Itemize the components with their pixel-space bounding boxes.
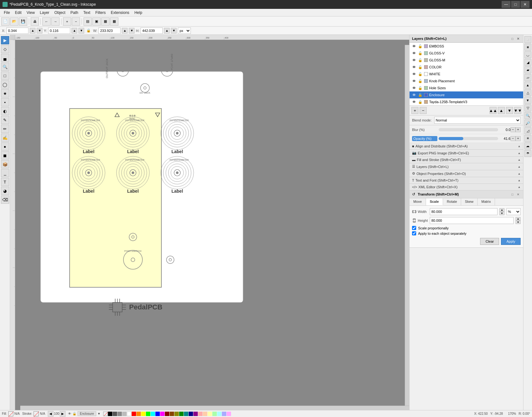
- layer-lock-7[interactable]: 🔓: [418, 92, 423, 97]
- zoom-in-button[interactable]: +: [63, 17, 71, 26]
- palette-lightgreen[interactable]: [212, 412, 217, 416]
- menu-view[interactable]: View: [24, 10, 37, 16]
- blur-dec-button[interactable]: −: [510, 127, 516, 132]
- layer-row[interactable]: 👁 🔓 GLOSS-M: [410, 57, 523, 64]
- blend-mode-select[interactable]: Normal Multiply Screen Overlay: [434, 117, 521, 124]
- rv-btn-12[interactable]: 🔎: [524, 120, 531, 127]
- zoom-tool[interactable]: 🔍: [1, 63, 9, 71]
- pen-tool[interactable]: ✏: [1, 125, 9, 133]
- layer-row[interactable]: 👁 🔓 GLOSS-V: [410, 50, 523, 57]
- palette-darkgray[interactable]: [113, 412, 117, 416]
- palette-darkblue[interactable]: [189, 412, 193, 416]
- unit-select[interactable]: px mm cm: [178, 28, 191, 34]
- rv-btn-10[interactable]: ▽: [524, 104, 531, 111]
- blur-slider[interactable]: [439, 128, 498, 131]
- undo-button[interactable]: ←: [42, 17, 51, 26]
- eraser-tool[interactable]: ⌫: [1, 196, 9, 204]
- menu-text[interactable]: Text: [81, 10, 93, 16]
- node-tool[interactable]: ◇: [1, 45, 9, 53]
- palette-none[interactable]: [103, 412, 108, 416]
- dropper-tool[interactable]: 📦: [1, 160, 9, 168]
- palette-yellow[interactable]: [141, 412, 146, 416]
- height-inc-button[interactable]: ▲: [516, 217, 521, 221]
- layers-panel-expand[interactable]: □: [510, 36, 515, 41]
- transform-close[interactable]: ✕: [516, 192, 521, 197]
- snap-button-1[interactable]: ▤: [84, 17, 92, 26]
- palette-purple[interactable]: [193, 412, 198, 416]
- calligraphy-tool[interactable]: ✍: [1, 134, 9, 142]
- layer-eye-6[interactable]: 👁: [411, 85, 416, 90]
- ellipse-tool[interactable]: ◯: [1, 80, 9, 89]
- save-button[interactable]: 💾: [19, 17, 27, 26]
- h-input[interactable]: [141, 28, 163, 34]
- opacity-dec-button[interactable]: −: [510, 136, 516, 141]
- palette-pink[interactable]: [198, 412, 203, 416]
- align-distribute-section[interactable]: ■ Align and Distribute (Shift+Ctrl+A) ▲: [410, 143, 523, 150]
- palette-red[interactable]: [132, 412, 136, 416]
- layer-lock-6[interactable]: 🔓: [418, 85, 423, 90]
- zoom-out-button[interactable]: −: [72, 17, 80, 26]
- object-properties-section[interactable]: ⚙ Object Properties (Shift+Ctrl+O) ▲: [410, 170, 523, 177]
- menu-layer[interactable]: Layer: [37, 10, 52, 16]
- palette-cyan[interactable]: [151, 412, 155, 416]
- layer-row[interactable]: 👁 🔓 Knob Placement: [410, 78, 523, 84]
- rv-btn-14[interactable]: ☀: [524, 135, 531, 142]
- palette-lightyellow[interactable]: [208, 412, 212, 416]
- width-inc-button[interactable]: ▲: [499, 208, 504, 212]
- layer-eye-2[interactable]: 👁: [411, 58, 416, 63]
- palette-peach[interactable]: [203, 412, 207, 416]
- w-dec-button[interactable]: ▼: [129, 28, 135, 34]
- rv-btn-13[interactable]: ◿: [524, 127, 531, 134]
- w-input[interactable]: [98, 28, 121, 34]
- blur-inc-button[interactable]: +: [516, 127, 521, 132]
- horizontal-scrollbar[interactable]: [20, 406, 409, 410]
- text-font-section[interactable]: T Text and Font (Shift+Ctrl+T) ▲: [410, 177, 523, 184]
- y-inc-button[interactable]: ▲: [72, 28, 77, 34]
- connector-tool[interactable]: ⎯: [1, 169, 9, 177]
- opacity-slider[interactable]: [439, 137, 498, 140]
- menu-filters[interactable]: Filters: [93, 10, 108, 16]
- palette-brown[interactable]: [170, 412, 174, 416]
- layer-lock-1[interactable]: 🔓: [418, 51, 423, 56]
- lock-icon[interactable]: 🔒: [85, 28, 92, 34]
- layer-eye-5[interactable]: 👁: [411, 78, 416, 84]
- print-button[interactable]: 🖶: [31, 17, 39, 26]
- menu-file[interactable]: File: [1, 10, 12, 16]
- palette-teal[interactable]: [184, 412, 188, 416]
- remove-layer-button[interactable]: −: [420, 107, 427, 114]
- rv-btn-1[interactable]: ◽: [524, 36, 531, 43]
- apply-each-checkbox[interactable]: [412, 231, 416, 235]
- vertical-scrollbar[interactable]: [405, 45, 409, 406]
- rv-btn-3[interactable]: ◡: [524, 51, 531, 58]
- layer-to-top-button[interactable]: ▲▲: [490, 107, 497, 114]
- maximize-button[interactable]: □: [511, 1, 520, 8]
- layer-row[interactable]: 👁 🔓 COLOR: [410, 64, 523, 71]
- bucket-tool[interactable]: ●: [1, 142, 9, 151]
- menu-help[interactable]: Help: [132, 10, 145, 16]
- layer-dropdown-icon[interactable]: ▼: [97, 412, 101, 415]
- layer-eye-3[interactable]: 👁: [411, 65, 416, 70]
- tab-skew[interactable]: Skew: [461, 198, 478, 205]
- open-button[interactable]: 📂: [10, 17, 18, 26]
- rv-btn-6[interactable]: ▱: [524, 74, 531, 81]
- layer-lock-4[interactable]: 🔓: [418, 72, 423, 77]
- h-dec-button[interactable]: ▼: [171, 28, 177, 34]
- palette-magenta[interactable]: [160, 412, 165, 416]
- menu-object[interactable]: Object: [52, 10, 68, 16]
- x-inc-button[interactable]: ▲: [30, 28, 35, 34]
- layer-eye-7[interactable]: 👁: [411, 92, 416, 97]
- text-tool[interactable]: T: [1, 178, 9, 186]
- opacity-status-inc[interactable]: ▶: [60, 411, 66, 417]
- layer-row[interactable]: 👁 🔒 Tayda-125B-TemplateV3: [410, 98, 523, 105]
- layer-row[interactable]: 👁 🔓 Enclosure: [410, 91, 523, 98]
- y-dec-button[interactable]: ▼: [78, 28, 84, 34]
- layer-eye-1[interactable]: 👁: [411, 51, 416, 56]
- opacity-inc-button[interactable]: +: [516, 136, 521, 141]
- palette-darkred[interactable]: [165, 412, 169, 416]
- layer-eye-0[interactable]: 👁: [411, 44, 416, 49]
- menu-extensions[interactable]: Extensions: [108, 10, 132, 16]
- star-tool[interactable]: ★: [1, 89, 9, 97]
- palette-olive[interactable]: [174, 412, 179, 416]
- transform-expand[interactable]: □: [510, 192, 515, 197]
- apply-button[interactable]: Apply: [501, 238, 521, 245]
